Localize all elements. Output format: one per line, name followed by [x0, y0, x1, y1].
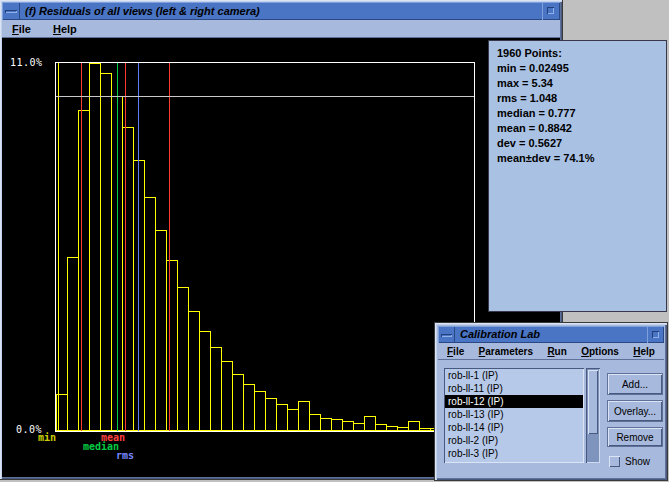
maximize-icon	[547, 7, 554, 14]
stat-median: median = 0.777	[497, 106, 658, 121]
window-title: (f) Residuals of all views (left & right…	[20, 2, 542, 20]
axis-label-median: median	[83, 441, 119, 452]
marker-line-median	[117, 63, 118, 431]
list-item[interactable]: rob-ll-1 (IP)	[445, 369, 583, 382]
menu-parameters[interactable]: Parameters	[477, 346, 535, 357]
add-button[interactable]: Add...	[608, 374, 662, 394]
list-item[interactable]: rob-ll-11 (IP)	[445, 382, 583, 395]
axis-marker-labels: minmeanmedianrms	[2, 432, 302, 464]
dataset-list: rob-ll-1 (IP) rob-ll-11 (IP) rob-ll-12 (…	[444, 368, 584, 463]
scrollbar-thumb[interactable]	[588, 370, 598, 434]
list-scrollbar[interactable]	[586, 368, 600, 463]
stat-max: max = 5.34	[497, 76, 658, 91]
show-checkbox[interactable]	[609, 456, 620, 467]
marker-line-rms	[138, 63, 139, 431]
residuals-titlebar[interactable]: (f) Residuals of all views (left & right…	[2, 2, 560, 20]
window-menu-button[interactable]	[2, 2, 20, 20]
list-item[interactable]: rob-ll-12 (IP)	[445, 395, 583, 408]
y-axis-max-label: 11.0%	[10, 57, 43, 68]
residuals-menubar: File Help	[2, 20, 560, 38]
calibration-lab-body: rob-ll-1 (IP) rob-ll-11 (IP) rob-ll-12 (…	[438, 360, 664, 477]
window-menu-icon	[441, 334, 452, 337]
maximize-icon	[652, 331, 659, 338]
calibration-lab-menubar: File Parameters Run Options Help	[438, 343, 664, 360]
maximize-button[interactable]	[647, 326, 664, 343]
menu-options[interactable]: Options	[579, 346, 621, 357]
stat-dev: dev = 0.5627	[497, 136, 658, 151]
list-item[interactable]: rob-ll-14 (IP)	[445, 421, 583, 434]
axis-label-min: min	[38, 432, 56, 443]
menu-help[interactable]: Help	[631, 346, 657, 357]
stat-rms: rms = 1.048	[497, 91, 658, 106]
stat-meandev: mean±dev = 74.1%	[497, 151, 658, 166]
maximize-button[interactable]	[542, 2, 560, 20]
desktop: (f) Residuals of all views (left & right…	[0, 0, 669, 482]
window-title: Calibration Lab	[455, 326, 647, 343]
list-item[interactable]: rob-ll-2 (IP)	[445, 434, 583, 447]
show-checkbox-label: Show	[625, 456, 650, 467]
menu-file[interactable]: File	[10, 23, 33, 35]
marker-line-mean+dev	[169, 63, 170, 431]
stats-panel: 1960 Points: min = 0.02495 max = 5.34 rm…	[488, 40, 667, 312]
menu-run[interactable]: Run	[545, 346, 568, 357]
overlay-button[interactable]: Overlay...	[608, 401, 662, 421]
show-checkbox-row: Show	[609, 456, 650, 467]
window-menu-button[interactable]	[438, 326, 455, 343]
plot-area	[55, 62, 475, 432]
marker-line-min	[58, 63, 59, 431]
marker-line-mean-dev	[81, 63, 82, 431]
calibration-lab-window: Calibration Lab File Parameters Run Opti…	[435, 323, 667, 480]
marker-line-mean	[125, 63, 126, 431]
calibration-lab-titlebar[interactable]: Calibration Lab	[438, 326, 664, 343]
menu-file[interactable]: File	[445, 346, 466, 357]
stat-min: min = 0.02495	[497, 61, 658, 76]
remove-button[interactable]: Remove	[608, 428, 662, 446]
stat-mean: mean = 0.8842	[497, 121, 658, 136]
axis-label-rms: rms	[116, 450, 134, 461]
list-item[interactable]: rob-ll-3 (IP)	[445, 447, 583, 460]
gridline-10pct	[56, 96, 474, 97]
stat-points: 1960 Points:	[497, 46, 658, 61]
list-item[interactable]: rob-ll-13 (IP)	[445, 408, 583, 421]
menu-help[interactable]: Help	[51, 23, 79, 35]
window-menu-icon	[5, 10, 17, 13]
